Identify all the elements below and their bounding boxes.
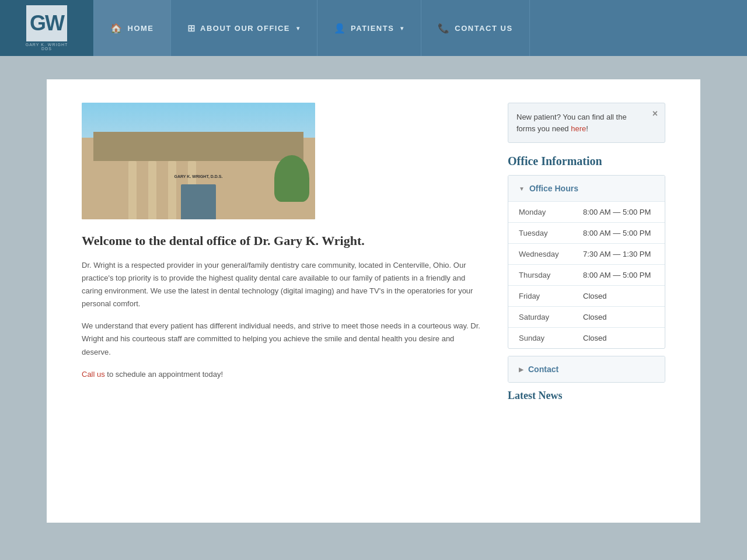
close-button[interactable]: × bbox=[652, 109, 658, 118]
hours-cell: 8:00 AM — 5:00 PM bbox=[573, 265, 665, 286]
call-us-suffix: to schedule an appointment today! bbox=[105, 370, 223, 379]
left-column: GARY K. WRIGHT, D.D.S. Welcome to the de… bbox=[82, 103, 484, 390]
office-hours-label: Office Hours bbox=[529, 184, 578, 193]
table-row: Wednesday7:30 AM — 1:30 PM bbox=[508, 244, 665, 265]
table-row: Monday8:00 AM — 5:00 PM bbox=[508, 202, 665, 223]
main-nav: 🏠 HOME ⊞ ABOUT OUR OFFICE ▾ 👤 PATIENTS ▾… bbox=[93, 0, 747, 56]
table-row: Tuesday8:00 AM — 5:00 PM bbox=[508, 223, 665, 244]
office-info-title: Office Information bbox=[508, 155, 665, 168]
hours-cell: 8:00 AM — 5:00 PM bbox=[573, 223, 665, 244]
home-icon: 🏠 bbox=[110, 23, 123, 34]
content-layout: GARY K. WRIGHT, D.D.S. Welcome to the de… bbox=[82, 103, 665, 402]
nav-about-label: ABOUT OUR OFFICE bbox=[200, 24, 290, 33]
notification-banner: New patient? You can find all the forms … bbox=[508, 103, 665, 143]
phone-icon: 📞 bbox=[438, 23, 451, 34]
chevron-down-icon-2: ▾ bbox=[400, 25, 404, 32]
office-photo: GARY K. WRIGHT, D.D.S. bbox=[82, 103, 315, 219]
nav-contact-label: CONTACT US bbox=[455, 24, 512, 33]
logo-initials: GW bbox=[26, 5, 67, 41]
arrow-down-icon: ▼ bbox=[519, 186, 525, 192]
call-to-action: Call us to schedule an appointment today… bbox=[82, 368, 484, 381]
day-cell: Monday bbox=[508, 202, 573, 223]
logo-area: GW GARY K. WRIGHT DDS bbox=[0, 0, 93, 56]
arrow-right-icon: ▶ bbox=[519, 366, 523, 373]
day-cell: Friday bbox=[508, 286, 573, 307]
nav-home[interactable]: 🏠 HOME bbox=[93, 0, 171, 56]
day-cell: Thursday bbox=[508, 265, 573, 286]
intro-paragraph: Dr. Wright is a respected provider in yo… bbox=[82, 259, 484, 310]
chevron-down-icon: ▾ bbox=[296, 25, 301, 32]
welcome-title: Welcome to the dental office of Dr. Gary… bbox=[82, 233, 484, 249]
hours-cell: Closed bbox=[573, 328, 665, 349]
nav-about[interactable]: ⊞ ABOUT OUR OFFICE ▾ bbox=[171, 0, 317, 56]
page-wrapper: GARY K. WRIGHT, D.D.S. Welcome to the de… bbox=[47, 79, 700, 523]
site-header: GW GARY K. WRIGHT DDS 🏠 HOME ⊞ ABOUT OUR… bbox=[0, 0, 747, 56]
notif-link[interactable]: here bbox=[571, 124, 586, 133]
right-column: New patient? You can find all the forms … bbox=[508, 103, 665, 402]
hours-cell: Closed bbox=[573, 286, 665, 307]
hours-table: Monday8:00 AM — 5:00 PMTuesday8:00 AM — … bbox=[508, 201, 665, 348]
contact-label: Contact bbox=[528, 365, 558, 374]
hours-cell: 7:30 AM — 1:30 PM bbox=[573, 244, 665, 265]
table-row: FridayClosed bbox=[508, 286, 665, 307]
office-hours-accordion: ▼ Office Hours Monday8:00 AM — 5:00 PMTu… bbox=[508, 175, 665, 349]
day-cell: Saturday bbox=[508, 307, 573, 328]
contact-header[interactable]: ▶ Contact bbox=[508, 356, 665, 382]
hours-cell: Closed bbox=[573, 307, 665, 328]
call-us-link[interactable]: Call us bbox=[82, 370, 105, 379]
nav-home-label: HOME bbox=[128, 24, 154, 33]
day-cell: Tuesday bbox=[508, 223, 573, 244]
contact-accordion: ▶ Contact bbox=[508, 356, 665, 383]
logo-subtitle: GARY K. WRIGHT DDS bbox=[20, 43, 73, 51]
office-hours-header[interactable]: ▼ Office Hours bbox=[508, 176, 665, 201]
second-paragraph: We understand that every patient has dif… bbox=[82, 320, 484, 358]
building-icon: ⊞ bbox=[187, 23, 196, 34]
latest-news-title: Latest News bbox=[508, 390, 665, 402]
nav-patients[interactable]: 👤 PATIENTS ▾ bbox=[317, 0, 421, 56]
office-hours-content: Monday8:00 AM — 5:00 PMTuesday8:00 AM — … bbox=[508, 201, 665, 348]
person-icon: 👤 bbox=[334, 23, 347, 34]
table-row: SaturdayClosed bbox=[508, 307, 665, 328]
day-cell: Sunday bbox=[508, 328, 573, 349]
table-row: SundayClosed bbox=[508, 328, 665, 349]
logo: GW GARY K. WRIGHT DDS bbox=[20, 5, 73, 51]
hours-cell: 8:00 AM — 5:00 PM bbox=[573, 202, 665, 223]
nav-patients-label: PATIENTS bbox=[351, 24, 394, 33]
table-row: Thursday8:00 AM — 5:00 PM bbox=[508, 265, 665, 286]
day-cell: Wednesday bbox=[508, 244, 573, 265]
nav-contact[interactable]: 📞 CONTACT US bbox=[421, 0, 530, 56]
notif-text-after: ! bbox=[586, 124, 588, 133]
